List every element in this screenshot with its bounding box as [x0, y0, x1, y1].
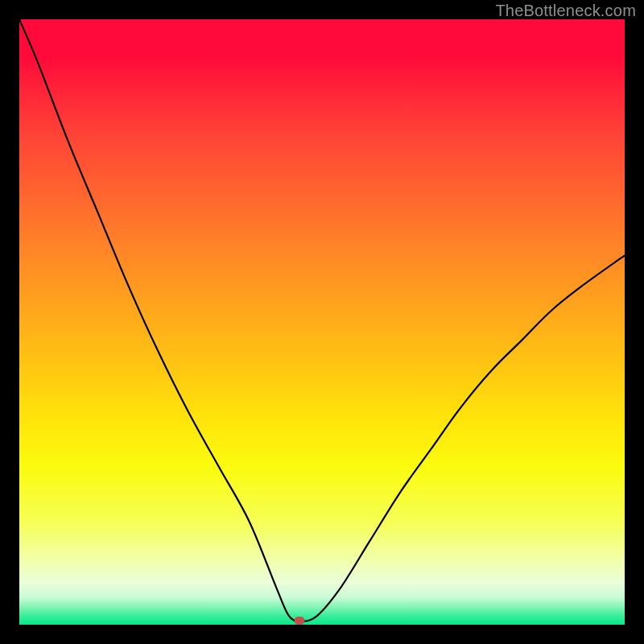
plot-area — [19, 19, 625, 625]
chart-frame: TheBottleneck.com — [0, 0, 644, 644]
watermark-text: TheBottleneck.com — [495, 2, 636, 20]
optimal-point-marker — [295, 617, 305, 625]
bottleneck-curve — [19, 19, 625, 625]
